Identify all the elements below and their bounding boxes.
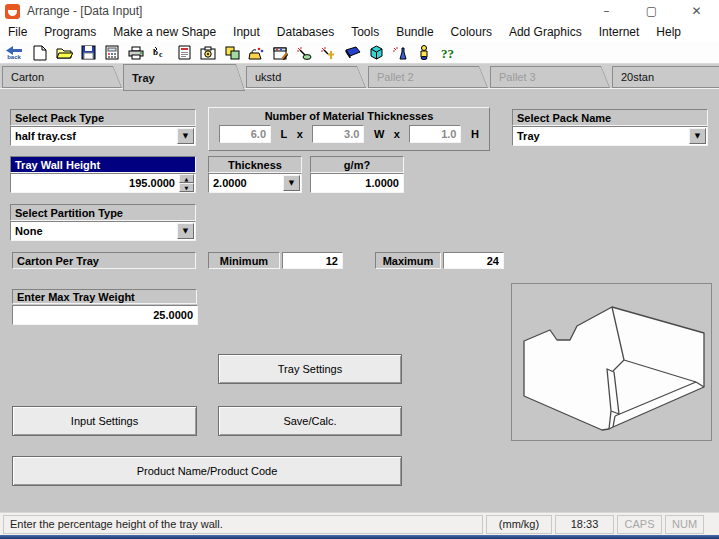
- status-time: 18:33: [555, 515, 614, 534]
- calculator-icon[interactable]: [103, 43, 121, 63]
- chevron-down-icon[interactable]: ▼: [177, 223, 194, 239]
- window-title: Arrange - [Data Input]: [27, 4, 142, 18]
- carton-per-tray-label: Carton Per Tray: [12, 252, 196, 269]
- status-caps-indicator: CAPS: [617, 515, 662, 534]
- select-pack-name-label: Select Pack Name: [512, 109, 708, 126]
- minimum-label: Minimum: [208, 252, 280, 269]
- spin-up-icon[interactable]: ▲: [179, 174, 194, 183]
- maximize-button[interactable]: ▢: [629, 0, 674, 22]
- status-num-indicator: NUM: [665, 515, 704, 534]
- tray-3d-drawing: [512, 284, 711, 440]
- thickness-value: 2.0000: [209, 177, 283, 189]
- new-document-icon[interactable]: [31, 43, 49, 63]
- tab-pallet-2[interactable]: Pallet 2: [368, 66, 488, 88]
- material-width-field[interactable]: 3.0: [312, 125, 364, 143]
- input-settings-button[interactable]: Input Settings: [12, 406, 197, 436]
- save-icon[interactable]: [79, 43, 97, 63]
- app-window: Arrange - [Data Input] – ▢ ✕ File Progra…: [0, 0, 719, 539]
- tab-ukstd[interactable]: ukstd: [246, 66, 366, 88]
- menu-internet[interactable]: Internet: [599, 25, 640, 39]
- max-tray-weight-field[interactable]: 25.0000: [12, 305, 198, 325]
- maximum-label: Maximum: [375, 252, 441, 269]
- fill-color-icon[interactable]: [247, 43, 265, 63]
- chevron-down-icon[interactable]: ▼: [177, 128, 194, 144]
- wand-bottle-icon[interactable]: [391, 43, 409, 63]
- select-partition-type-label: Select Partition Type: [10, 204, 196, 221]
- spin-down-icon[interactable]: ▼: [179, 183, 194, 192]
- menu-input[interactable]: Input: [233, 25, 260, 39]
- tray-wall-height-label: Tray Wall Height: [10, 156, 196, 173]
- menu-file[interactable]: File: [8, 25, 27, 39]
- menu-databases[interactable]: Databases: [277, 25, 334, 39]
- wand-shape-icon[interactable]: [295, 43, 313, 63]
- pack-type-combobox[interactable]: half tray.csf ▼: [10, 126, 196, 146]
- status-message: Enter the percentage height of the tray …: [3, 515, 483, 534]
- pack-name-combobox[interactable]: Tray ▼: [512, 126, 708, 146]
- partition-type-combobox[interactable]: None ▼: [10, 221, 196, 241]
- max-tray-weight-label: Enter Max Tray Weight: [12, 289, 197, 304]
- menu-tools[interactable]: Tools: [351, 25, 379, 39]
- tab-strip: Carton ukstd Pallet 2 Pallet 3 20stan Tr…: [0, 64, 719, 88]
- taskbar-edge: [0, 535, 719, 539]
- status-units: (mm/kg): [486, 515, 552, 534]
- thickness-label: Thickness: [208, 156, 302, 173]
- menu-programs[interactable]: Programs: [44, 25, 96, 39]
- print-icon[interactable]: [127, 43, 145, 63]
- tab-carton[interactable]: Carton: [2, 66, 122, 88]
- tab-pallet-3[interactable]: Pallet 3: [490, 66, 610, 88]
- menu-help[interactable]: Help: [656, 25, 681, 39]
- menu-bar: File Programs Make a new Shape Input Dat…: [0, 22, 719, 42]
- length-label: L: [281, 128, 288, 140]
- tray-settings-button[interactable]: Tray Settings: [218, 354, 402, 384]
- product-name-code-button[interactable]: Product Name/Product Code: [12, 456, 402, 486]
- back-icon[interactable]: back: [3, 43, 25, 63]
- wand-gold-icon[interactable]: [319, 43, 337, 63]
- select-pack-type-label: Select Pack Type: [10, 109, 196, 126]
- person-icon[interactable]: [415, 43, 433, 63]
- material-height-field[interactable]: 1.0: [409, 125, 461, 143]
- open-folder-icon[interactable]: [55, 43, 73, 63]
- tab-20stan[interactable]: 20stan: [612, 66, 719, 88]
- gsm-field[interactable]: 1.0000: [310, 173, 404, 193]
- thickness-combobox[interactable]: 2.0000 ▼: [208, 173, 302, 193]
- width-label: W: [374, 128, 384, 140]
- spinner: ▲ ▼: [179, 174, 194, 192]
- svg-text:b: b: [153, 47, 158, 57]
- minimum-field[interactable]: 12: [282, 252, 343, 269]
- menu-bundle[interactable]: Bundle: [396, 25, 433, 39]
- copy-shapes-icon[interactable]: [223, 43, 241, 63]
- app-icon: [5, 4, 20, 19]
- tray-wall-height-value: 195.0000: [129, 177, 175, 189]
- tray-preview: [511, 283, 712, 441]
- tab-tray[interactable]: Tray: [123, 64, 245, 91]
- material-length-field[interactable]: 6.0: [219, 125, 271, 143]
- menu-colours[interactable]: Colours: [451, 25, 492, 39]
- height-label: H: [471, 128, 479, 140]
- menu-make-a-new-shape[interactable]: Make a new Shape: [113, 25, 216, 39]
- properties-icon[interactable]: [271, 43, 289, 63]
- notebook-icon[interactable]: [343, 43, 361, 63]
- close-button[interactable]: ✕: [674, 0, 719, 22]
- menu-add-graphics[interactable]: Add Graphics: [509, 25, 582, 39]
- data-input-page: Select Pack Type half tray.csf ▼ Number …: [0, 88, 719, 512]
- svg-text:??: ??: [441, 46, 454, 60]
- spellcheck-icon[interactable]: bc: [151, 43, 169, 63]
- maximum-field[interactable]: 24: [443, 252, 504, 269]
- chevron-down-icon[interactable]: ▼: [689, 128, 706, 144]
- material-thicknesses-panel: Number of Material Thicknesses 6.0 L x 3…: [208, 107, 490, 151]
- times-label-1: x: [297, 128, 303, 140]
- help-icon[interactable]: ??: [439, 43, 463, 63]
- box-3d-icon[interactable]: [367, 43, 385, 63]
- times-label-2: x: [394, 128, 400, 140]
- save-calc-button[interactable]: Save/Calc.: [218, 406, 402, 436]
- title-bar: Arrange - [Data Input] – ▢ ✕: [0, 0, 719, 22]
- svg-text:c: c: [159, 50, 163, 59]
- report-icon[interactable]: [175, 43, 193, 63]
- minimize-button[interactable]: –: [584, 0, 629, 22]
- camera-icon[interactable]: [199, 43, 217, 63]
- pack-type-value: half tray.csf: [11, 130, 177, 142]
- chevron-down-icon[interactable]: ▼: [283, 175, 300, 191]
- tray-wall-height-spinedit[interactable]: 195.0000 ▲ ▼: [10, 173, 196, 193]
- status-bar: Enter the percentage height of the tray …: [0, 512, 719, 535]
- toolbar: back bc: [0, 42, 719, 64]
